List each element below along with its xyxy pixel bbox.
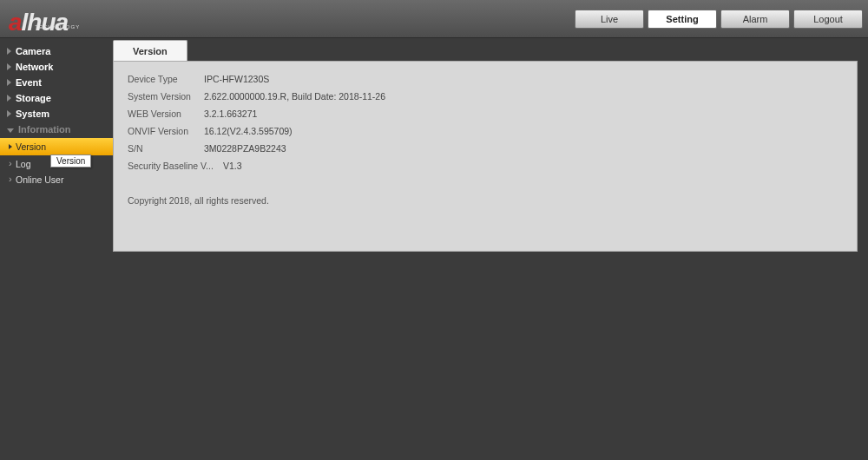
copyright-text: Copyright 2018, all rights reserved. — [128, 195, 843, 206]
sidebar-label: Camera — [16, 46, 50, 56]
sidebar-label: System — [16, 108, 49, 119]
sidebar-item-event[interactable]: Event — [0, 75, 113, 90]
info-label: Device Type — [128, 74, 204, 84]
tab-bar: Version — [113, 38, 868, 61]
chevron-down-icon — [7, 128, 14, 133]
sidebar-label: Information — [18, 124, 71, 135]
sidebar-item-information[interactable]: Information — [0, 122, 113, 137]
chevron-right-icon — [7, 79, 11, 86]
sidebar-item-camera[interactable]: Camera — [0, 43, 113, 59]
version-panel: Device Type IPC-HFW1230S System Version … — [113, 61, 858, 252]
row-sn: S/N 3M0228PZA9B2243 — [128, 143, 843, 154]
row-device-type: Device Type IPC-HFW1230S — [128, 74, 843, 84]
nav-logout-button[interactable]: Logout — [793, 10, 863, 29]
info-label: S/N — [128, 143, 204, 154]
chevron-right-icon — [7, 95, 11, 102]
row-web-version: WEB Version 3.2.1.663271 — [128, 108, 843, 119]
header: alhua TECHNOLOGY Live Setting Alarm Logo… — [0, 0, 868, 38]
sidebar-sub-label: Online User — [16, 174, 63, 185]
nav-setting-button[interactable]: Setting — [648, 10, 717, 29]
chevron-right-icon — [7, 63, 11, 70]
sidebar-sub-label: Log — [16, 159, 31, 169]
sidebar-label: Event — [16, 77, 42, 88]
sidebar-item-network[interactable]: Network — [0, 59, 113, 75]
info-label: WEB Version — [128, 108, 204, 119]
info-label: System Version — [128, 91, 204, 102]
nav-live-button[interactable]: Live — [575, 10, 644, 29]
logo-subtext: TECHNOLOGY — [35, 24, 80, 30]
sidebar-item-system[interactable]: System — [0, 106, 113, 122]
info-value: 2.622.0000000.19.R, Build Date: 2018-11-… — [204, 91, 385, 102]
info-value: V1.3 — [223, 161, 242, 171]
info-table: Device Type IPC-HFW1230S System Version … — [128, 74, 843, 171]
sidebar-label: Network — [16, 62, 53, 72]
info-value: 3.2.1.663271 — [204, 108, 257, 119]
sidebar-sub-online-user[interactable]: Online User — [0, 172, 113, 187]
brand-logo: alhua TECHNOLOGY — [9, 2, 80, 36]
info-value: 3M0228PZA9B2243 — [204, 143, 286, 154]
top-nav: Live Setting Alarm Logout — [575, 10, 863, 29]
sidebar-sub-log[interactable]: Log Version — [0, 156, 113, 172]
info-label: ONVIF Version — [128, 126, 204, 136]
sidebar: Camera Network Event Storage System Info… — [0, 38, 113, 460]
info-value: 16.12(V2.4.3.595709) — [204, 126, 293, 136]
tooltip: Version — [50, 154, 91, 168]
info-value: IPC-HFW1230S — [204, 74, 269, 84]
main: Camera Network Event Storage System Info… — [0, 38, 868, 460]
row-system-version: System Version 2.622.0000000.19.R, Build… — [128, 91, 843, 102]
nav-alarm-button[interactable]: Alarm — [720, 10, 790, 29]
tab-version[interactable]: Version — [113, 40, 187, 61]
content-area: Version Device Type IPC-HFW1230S System … — [113, 38, 868, 460]
row-security-baseline: Security Baseline V... V1.3 — [128, 161, 843, 171]
info-label: Security Baseline V... — [128, 161, 223, 171]
sidebar-sub-version[interactable]: Version — [0, 138, 113, 155]
sidebar-item-storage[interactable]: Storage — [0, 90, 113, 106]
chevron-right-icon — [7, 110, 11, 117]
chevron-right-icon — [7, 48, 11, 55]
row-onvif-version: ONVIF Version 16.12(V2.4.3.595709) — [128, 126, 843, 136]
sidebar-sub-label: Version — [16, 141, 46, 152]
sidebar-label: Storage — [16, 93, 51, 103]
logo-text: alhua — [9, 9, 68, 36]
